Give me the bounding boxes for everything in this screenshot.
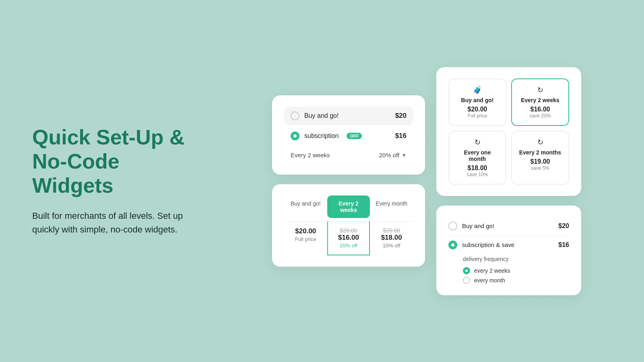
exp-price-buy: $20 (558, 222, 569, 230)
widget-table: Buy and go! Every 2 weeks Every month $2… (272, 184, 425, 267)
radio-left-1: Buy and go! (291, 111, 339, 120)
grid-note-buy: Full price (456, 113, 499, 119)
exp-label-buy: Buy and go! (462, 222, 494, 229)
grid-note-1month: save 10% (456, 172, 499, 177)
exp-radio-unselected (448, 222, 457, 230)
exp-option-month[interactable]: every month (463, 277, 569, 284)
exp-label-sub: subscription & save (462, 241, 514, 248)
buy-and-go-label: Buy and go! (304, 112, 339, 119)
frequency-row[interactable]: Every 2 weeks 20% off ▼ (284, 147, 413, 163)
price-original-2weeks: $20.00 (331, 227, 366, 234)
col-header-2weeks[interactable]: Every 2 weeks (327, 195, 370, 218)
grid-item-1month[interactable]: ↻ Every one month $18.00 save 10% (448, 131, 506, 185)
price-2weeks: $16.00 (331, 234, 366, 242)
exp-options: every 2 weeks every month (463, 265, 569, 284)
grid-item-buy[interactable]: 🧳 Buy and go! $20.00 Full price (448, 78, 506, 126)
sync-icon-2months: ↻ (518, 138, 562, 147)
table-body: $20.00 Full price $20.00 $16.00 20% off … (284, 221, 413, 255)
table-header: Buy and go! Every 2 weeks Every month (284, 195, 413, 218)
grid-title-2months: Every 2 months (518, 149, 562, 156)
subscription-label: subscription (304, 132, 339, 140)
table-cell-buy: $20.00 Full price (284, 221, 327, 255)
bag-icon: 🧳 (456, 86, 499, 95)
grid-item-2weeks[interactable]: ↻ Every 2 weeks $16.00 save 20% (511, 78, 569, 126)
right-section: Buy and go! $20 subscription OFF $16 Eve… (209, 59, 644, 303)
widget-expanded: Buy and go! $20 subscription & save $16 … (436, 206, 581, 295)
chevron-down-icon: ▼ (402, 152, 407, 158)
sync-icon-2weeks: ↻ (518, 86, 562, 95)
exp-row-buy[interactable]: Buy and go! $20 (448, 217, 569, 235)
exp-radio-selected (448, 241, 457, 249)
widget-radio: Buy and go! $20 subscription OFF $16 Eve… (272, 95, 425, 175)
grid-price-2weeks: $16.00 (518, 106, 562, 113)
subtitle: Built for merchants of all levels. Set u… (32, 209, 185, 237)
table-cell-month: $20.00 $18.00 10% off (370, 221, 413, 255)
grid-note-2weeks: save 20% (518, 113, 562, 119)
col-header-month[interactable]: Every month (370, 195, 413, 218)
exp-row-sub[interactable]: subscription & save $16 (448, 235, 569, 254)
grid-price-2months: $19.00 (518, 158, 562, 165)
grid-note-2months: save 5% (518, 165, 562, 171)
widget-column-1: Buy and go! $20 subscription OFF $16 Eve… (272, 95, 425, 267)
note-2weeks: 20% off (340, 243, 357, 249)
price-original-month: $20.00 (373, 227, 410, 234)
col-header-buy[interactable]: Buy and go! (284, 195, 327, 218)
price-buy: $20.00 (287, 227, 324, 235)
page-container: Quick Set-Up & No-Code Widgets Built for… (0, 0, 644, 362)
subscription-price: $16 (395, 132, 407, 140)
main-title: Quick Set-Up & No-Code Widgets (32, 125, 185, 197)
radio-circle-unselected (291, 111, 299, 120)
discount-badge: 20% off ▼ (379, 152, 407, 158)
toggle-badge: OFF (347, 133, 362, 139)
price-month: $18.00 (373, 234, 410, 242)
grid-container: 🧳 Buy and go! $20.00 Full price ↻ Every … (448, 78, 569, 185)
buy-and-go-price: $20 (395, 112, 407, 120)
exp-sub-section: delivery frequency every 2 weeks every m… (448, 254, 569, 284)
exp-radio-left-2: subscription & save (448, 241, 514, 249)
grid-title-2weeks: Every 2 weeks (518, 97, 562, 103)
grid-title-1month: Every one month (456, 149, 499, 162)
mini-radio-2weeks (463, 267, 470, 274)
widget-column-2: 🧳 Buy and go! $20.00 Full price ↻ Every … (436, 67, 581, 295)
left-section: Quick Set-Up & No-Code Widgets Built for… (0, 101, 209, 261)
table-cell-2weeks: $20.00 $16.00 20% off (327, 221, 370, 255)
exp-option-2weeks-label: every 2 weeks (474, 267, 510, 274)
exp-radio-left-1: Buy and go! (448, 222, 494, 230)
note-buy: Full price (295, 236, 316, 242)
exp-price-sub: $16 (558, 241, 569, 249)
buy-and-go-row[interactable]: Buy and go! $20 (284, 107, 413, 125)
frequency-label: Every 2 weeks (291, 152, 330, 158)
grid-item-2months[interactable]: ↻ Every 2 months $19.00 save 5% (511, 131, 569, 185)
mini-radio-month (463, 277, 470, 284)
grid-price-buy: $20.00 (456, 106, 499, 113)
grid-title-buy: Buy and go! (456, 97, 499, 103)
exp-sub-label: delivery frequency (463, 256, 569, 262)
exp-option-2weeks[interactable]: every 2 weeks (463, 267, 569, 274)
grid-price-1month: $18.00 (456, 165, 499, 172)
discount-label: 20% off (379, 152, 400, 158)
radio-left-2: subscription OFF (291, 132, 362, 140)
subscription-row[interactable]: subscription OFF $16 (284, 127, 413, 145)
exp-option-month-label: every month (474, 277, 505, 284)
widget-grid: 🧳 Buy and go! $20.00 Full price ↻ Every … (436, 67, 581, 196)
note-month: 10% off (383, 243, 400, 249)
sync-icon-1month: ↻ (456, 138, 499, 147)
radio-circle-selected (291, 132, 299, 140)
